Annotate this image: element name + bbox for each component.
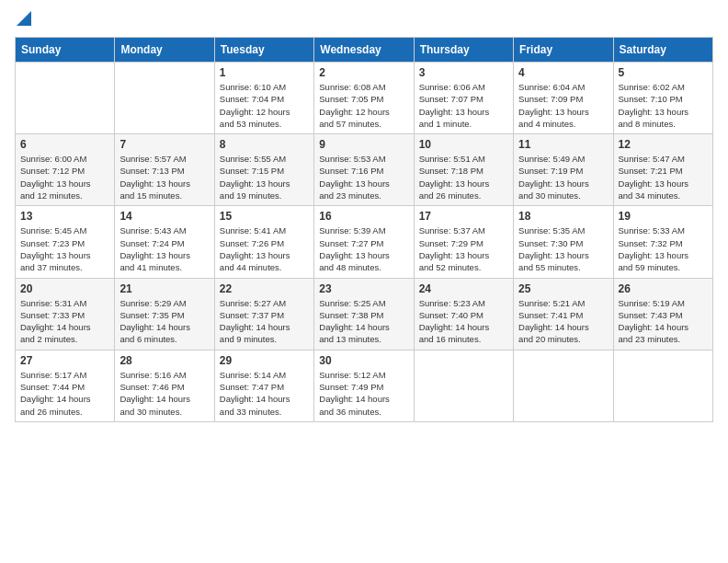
day-info: Sunrise: 6:08 AM Sunset: 7:05 PM Dayligh… [319, 81, 408, 130]
day-number: 28 [119, 354, 209, 367]
calendar-cell: 7Sunrise: 5:57 AM Sunset: 7:13 PM Daylig… [115, 134, 214, 206]
day-info: Sunrise: 5:41 AM Sunset: 7:26 PM Dayligh… [220, 224, 309, 273]
calendar-cell [414, 350, 513, 421]
calendar-cell: 3Sunrise: 6:06 AM Sunset: 7:07 PM Daylig… [414, 63, 513, 134]
calendar-cell: 8Sunrise: 5:55 AM Sunset: 7:15 PM Daylig… [214, 134, 313, 206]
day-info: Sunrise: 5:35 AM Sunset: 7:30 PM Dayligh… [518, 224, 608, 273]
calendar-cell: 25Sunrise: 5:21 AM Sunset: 7:41 PM Dayli… [514, 278, 613, 350]
calendar-cell: 28Sunrise: 5:16 AM Sunset: 7:46 PM Dayli… [115, 350, 214, 421]
calendar-cell: 30Sunrise: 5:12 AM Sunset: 7:49 PM Dayli… [314, 350, 414, 421]
day-info: Sunrise: 5:45 AM Sunset: 7:23 PM Dayligh… [20, 224, 109, 273]
calendar-cell: 16Sunrise: 5:39 AM Sunset: 7:27 PM Dayli… [314, 206, 414, 278]
day-info: Sunrise: 5:55 AM Sunset: 7:15 PM Dayligh… [220, 153, 309, 201]
calendar-cell: 4Sunrise: 6:04 AM Sunset: 7:09 PM Daylig… [514, 63, 613, 134]
day-number: 13 [20, 210, 109, 223]
calendar-cell: 20Sunrise: 5:31 AM Sunset: 7:33 PM Dayli… [16, 278, 115, 350]
day-number: 14 [119, 210, 209, 223]
day-info: Sunrise: 5:19 AM Sunset: 7:43 PM Dayligh… [619, 297, 708, 346]
weekday-header-friday: Friday [514, 38, 613, 63]
day-number: 7 [119, 138, 209, 151]
weekday-header-row: SundayMondayTuesdayWednesdayThursdayFrid… [16, 38, 713, 63]
day-number: 20 [20, 282, 109, 295]
day-number: 30 [319, 354, 408, 367]
calendar-week-row: 6Sunrise: 6:00 AM Sunset: 7:12 PM Daylig… [16, 134, 713, 206]
day-number: 15 [220, 210, 309, 223]
day-number: 16 [319, 210, 408, 223]
svg-marker-0 [17, 11, 31, 26]
calendar-cell [514, 350, 613, 421]
day-info: Sunrise: 5:16 AM Sunset: 7:46 PM Dayligh… [119, 369, 209, 418]
day-number: 2 [319, 66, 408, 79]
day-number: 19 [619, 210, 708, 223]
day-number: 25 [518, 282, 608, 295]
weekday-header-monday: Monday [115, 38, 214, 63]
day-info: Sunrise: 5:43 AM Sunset: 7:24 PM Dayligh… [119, 224, 209, 273]
calendar-week-row: 13Sunrise: 5:45 AM Sunset: 7:23 PM Dayli… [16, 206, 713, 278]
calendar-cell: 24Sunrise: 5:23 AM Sunset: 7:40 PM Dayli… [414, 278, 513, 350]
day-info: Sunrise: 5:12 AM Sunset: 7:49 PM Dayligh… [319, 369, 408, 418]
day-info: Sunrise: 6:00 AM Sunset: 7:12 PM Dayligh… [20, 153, 109, 201]
day-number: 29 [220, 354, 309, 367]
day-number: 3 [419, 66, 508, 79]
day-info: Sunrise: 5:31 AM Sunset: 7:33 PM Dayligh… [20, 297, 109, 346]
calendar-cell [115, 63, 214, 134]
day-number: 5 [619, 66, 708, 79]
day-info: Sunrise: 5:33 AM Sunset: 7:32 PM Dayligh… [619, 224, 708, 273]
day-info: Sunrise: 5:23 AM Sunset: 7:40 PM Dayligh… [419, 297, 508, 346]
day-number: 21 [119, 282, 209, 295]
weekday-header-saturday: Saturday [613, 38, 712, 63]
calendar-cell: 27Sunrise: 5:17 AM Sunset: 7:44 PM Dayli… [16, 350, 115, 421]
page-header [15, 15, 713, 26]
calendar-week-row: 20Sunrise: 5:31 AM Sunset: 7:33 PM Dayli… [16, 278, 713, 350]
day-number: 26 [619, 282, 708, 295]
day-info: Sunrise: 5:47 AM Sunset: 7:21 PM Dayligh… [619, 153, 708, 201]
calendar-cell: 14Sunrise: 5:43 AM Sunset: 7:24 PM Dayli… [115, 206, 214, 278]
calendar-cell: 2Sunrise: 6:08 AM Sunset: 7:05 PM Daylig… [314, 63, 414, 134]
weekday-header-sunday: Sunday [16, 38, 115, 63]
day-info: Sunrise: 5:57 AM Sunset: 7:13 PM Dayligh… [119, 153, 209, 201]
day-number: 24 [419, 282, 508, 295]
logo-triangle-icon [17, 11, 31, 26]
calendar-cell: 15Sunrise: 5:41 AM Sunset: 7:26 PM Dayli… [214, 206, 313, 278]
day-number: 23 [319, 282, 408, 295]
calendar-cell: 12Sunrise: 5:47 AM Sunset: 7:21 PM Dayli… [613, 134, 712, 206]
day-info: Sunrise: 5:17 AM Sunset: 7:44 PM Dayligh… [20, 369, 109, 418]
calendar-week-row: 1Sunrise: 6:10 AM Sunset: 7:04 PM Daylig… [16, 63, 713, 134]
day-info: Sunrise: 6:04 AM Sunset: 7:09 PM Dayligh… [518, 81, 608, 130]
day-info: Sunrise: 5:29 AM Sunset: 7:35 PM Dayligh… [119, 297, 209, 346]
day-number: 17 [419, 210, 508, 223]
calendar-cell: 10Sunrise: 5:51 AM Sunset: 7:18 PM Dayli… [414, 134, 513, 206]
day-number: 9 [319, 138, 408, 151]
day-info: Sunrise: 5:49 AM Sunset: 7:19 PM Dayligh… [518, 153, 608, 201]
day-number: 4 [518, 66, 608, 79]
calendar-cell: 1Sunrise: 6:10 AM Sunset: 7:04 PM Daylig… [214, 63, 313, 134]
calendar-cell: 19Sunrise: 5:33 AM Sunset: 7:32 PM Dayli… [613, 206, 712, 278]
day-number: 27 [20, 354, 109, 367]
day-info: Sunrise: 5:27 AM Sunset: 7:37 PM Dayligh… [220, 297, 309, 346]
calendar-cell: 26Sunrise: 5:19 AM Sunset: 7:43 PM Dayli… [613, 278, 712, 350]
day-info: Sunrise: 6:06 AM Sunset: 7:07 PM Dayligh… [419, 81, 508, 130]
calendar-cell: 18Sunrise: 5:35 AM Sunset: 7:30 PM Dayli… [514, 206, 613, 278]
calendar-cell: 5Sunrise: 6:02 AM Sunset: 7:10 PM Daylig… [613, 63, 712, 134]
day-number: 11 [518, 138, 608, 151]
day-info: Sunrise: 5:39 AM Sunset: 7:27 PM Dayligh… [319, 224, 408, 273]
day-info: Sunrise: 5:53 AM Sunset: 7:16 PM Dayligh… [319, 153, 408, 201]
calendar-cell: 22Sunrise: 5:27 AM Sunset: 7:37 PM Dayli… [214, 278, 313, 350]
weekday-header-wednesday: Wednesday [314, 38, 414, 63]
day-info: Sunrise: 6:02 AM Sunset: 7:10 PM Dayligh… [619, 81, 708, 130]
calendar-cell: 13Sunrise: 5:45 AM Sunset: 7:23 PM Dayli… [16, 206, 115, 278]
calendar-cell: 6Sunrise: 6:00 AM Sunset: 7:12 PM Daylig… [16, 134, 115, 206]
calendar-week-row: 27Sunrise: 5:17 AM Sunset: 7:44 PM Dayli… [16, 350, 713, 421]
calendar-cell: 11Sunrise: 5:49 AM Sunset: 7:19 PM Dayli… [514, 134, 613, 206]
day-number: 22 [220, 282, 309, 295]
day-info: Sunrise: 5:14 AM Sunset: 7:47 PM Dayligh… [220, 369, 309, 418]
calendar-cell: 23Sunrise: 5:25 AM Sunset: 7:38 PM Dayli… [314, 278, 414, 350]
day-info: Sunrise: 5:51 AM Sunset: 7:18 PM Dayligh… [419, 153, 508, 201]
day-number: 8 [220, 138, 309, 151]
day-number: 12 [619, 138, 708, 151]
day-info: Sunrise: 5:25 AM Sunset: 7:38 PM Dayligh… [319, 297, 408, 346]
day-number: 10 [419, 138, 508, 151]
day-info: Sunrise: 5:21 AM Sunset: 7:41 PM Dayligh… [518, 297, 608, 346]
calendar-cell: 21Sunrise: 5:29 AM Sunset: 7:35 PM Dayli… [115, 278, 214, 350]
logo [15, 15, 31, 26]
